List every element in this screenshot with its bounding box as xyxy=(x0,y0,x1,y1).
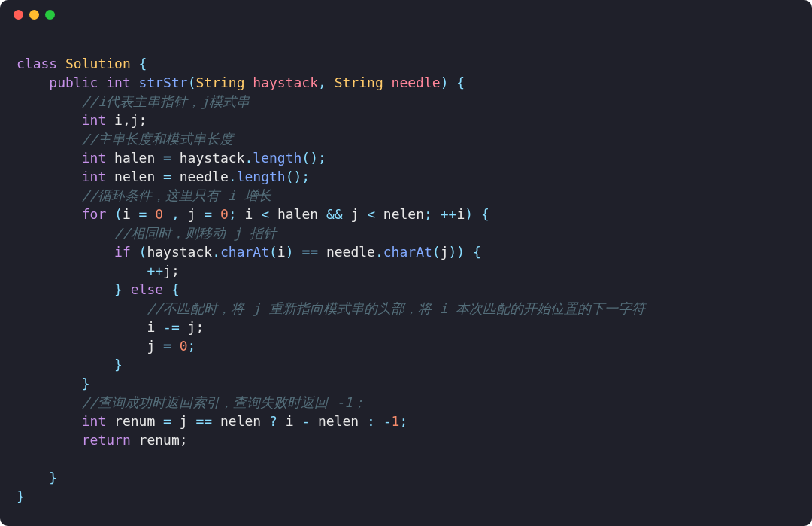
indent xyxy=(17,74,49,90)
op-eq: = xyxy=(163,150,171,166)
indent xyxy=(17,338,147,354)
indent xyxy=(17,394,82,410)
kw-if: if xyxy=(114,244,131,260)
maximize-icon[interactable] xyxy=(45,10,55,20)
class-name: Solution xyxy=(65,56,131,71)
var-halen: halen xyxy=(106,150,163,166)
space xyxy=(57,56,65,71)
fn-name: strStr xyxy=(139,74,188,90)
minimize-icon[interactable] xyxy=(29,10,39,20)
indent xyxy=(17,131,82,147)
fn-length: length xyxy=(237,169,286,184)
indent xyxy=(17,300,147,316)
obj: needle xyxy=(180,169,229,184)
op-eq: = xyxy=(163,169,171,184)
param-haystack: haystack xyxy=(253,74,318,90)
comment: //主串长度和模式串长度 xyxy=(82,131,234,147)
comment: //查询成功时返回索引，查询失败时返回 -1； xyxy=(82,394,366,410)
comment: //相同时，则移动 j 指针 xyxy=(114,225,277,241)
comma: , xyxy=(318,74,326,90)
kw-return: return xyxy=(82,432,131,448)
brace: { xyxy=(448,74,465,90)
code-area: class Solution { public int strStr(Strin… xyxy=(0,29,812,506)
brace: } xyxy=(82,375,90,391)
indent xyxy=(17,187,82,203)
var-nelen: nelen xyxy=(106,169,163,184)
indent xyxy=(17,319,147,335)
close-icon[interactable] xyxy=(14,10,23,20)
num-one: 1 xyxy=(392,413,400,429)
fn-charat: charAt xyxy=(383,244,432,260)
brace: } xyxy=(49,470,57,485)
indent xyxy=(17,206,82,222)
indent xyxy=(17,150,82,166)
indent xyxy=(17,263,147,278)
brace: } xyxy=(17,488,25,504)
indent xyxy=(17,470,49,485)
fn-charat: charAt xyxy=(220,244,269,260)
param-needle: needle xyxy=(392,74,441,90)
comment: //i代表主串指针，j模式串 xyxy=(82,93,250,109)
indent xyxy=(17,93,82,109)
type-int: int xyxy=(82,150,107,166)
kw-else: else xyxy=(123,281,171,297)
type-int: int xyxy=(82,169,107,184)
num-zero: 0 xyxy=(180,338,188,354)
op-minus-eq: -= xyxy=(163,319,180,335)
indent xyxy=(17,432,82,448)
brace: } xyxy=(114,357,123,372)
indent xyxy=(17,169,82,184)
num-zero: 0 xyxy=(220,206,229,222)
kw-public: public xyxy=(49,74,98,90)
vars-ij: i,j; xyxy=(106,112,147,128)
brace: { xyxy=(131,56,147,71)
type-string: String xyxy=(335,74,383,90)
indent xyxy=(17,375,82,391)
titlebar xyxy=(0,0,812,29)
kw-for: for xyxy=(82,206,107,222)
comment: //循环条件，这里只有 i 增长 xyxy=(82,187,271,203)
editor-window: class Solution { public int strStr(Strin… xyxy=(0,0,812,526)
type-int: int xyxy=(82,413,107,429)
type-int: int xyxy=(82,112,107,128)
kw-class: class xyxy=(17,56,57,71)
comment: //不匹配时，将 j 重新指向模式串的头部，将 i 本次匹配的开始位置的下一字符 xyxy=(147,300,645,316)
paren: ) xyxy=(441,74,449,90)
type-int: int xyxy=(106,74,131,90)
paren: ( xyxy=(188,74,196,90)
fn-length: length xyxy=(253,150,301,166)
indent xyxy=(17,281,114,297)
indent xyxy=(17,112,82,128)
num-zero: 0 xyxy=(155,206,163,222)
type-string: String xyxy=(195,74,244,90)
obj: haystack xyxy=(180,150,245,166)
indent xyxy=(17,357,114,372)
indent xyxy=(17,413,82,429)
indent xyxy=(17,244,114,260)
indent xyxy=(17,225,114,241)
op-inc: ++ xyxy=(147,263,163,278)
